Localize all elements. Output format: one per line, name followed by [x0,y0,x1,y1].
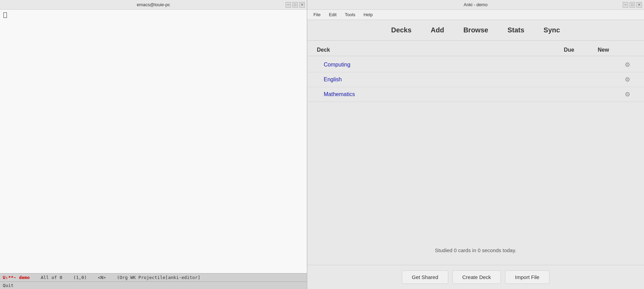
toolbar-add-button[interactable]: Add [421,23,454,38]
toolbar-browse-button[interactable]: Browse [454,23,498,38]
anki-menubar: File Edit Tools Help [307,10,644,20]
anki-win-controls: ─ □ ✕ [623,2,642,8]
menu-edit[interactable]: Edit [325,11,340,19]
create-deck-button[interactable]: Create Deck [452,270,501,284]
anki-toolbar: Decks Add Browse Stats Sync [307,20,644,41]
toolbar-decks-button[interactable]: Decks [382,23,421,38]
anki-minimize-button[interactable]: ─ [623,2,628,8]
menu-tools[interactable]: Tools [341,11,358,19]
deck-gear-mathematics[interactable]: ⚙ [621,91,634,98]
toolbar-sync-button[interactable]: Sync [534,23,570,38]
deck-row-english[interactable]: English ⚙ [307,72,644,87]
emacs-minibuffer-text: Quit [3,283,13,288]
deck-gear-computing[interactable]: ⚙ [621,61,634,69]
deck-name-mathematics: Mathematics [324,91,552,97]
decks-header: Deck Due New [307,44,644,56]
anki-main-area: Deck Due New Computing ⚙ English ⚙ Mathe… [307,41,644,265]
emacs-titlebar: emacs@louie-pc ─ □ ✕ [0,0,307,10]
emacs-minimize-button[interactable]: ─ [286,2,291,8]
new-column-header: New [586,47,621,53]
emacs-window: emacs@louie-pc ─ □ ✕ U:**- demo All of 0… [0,0,307,289]
menu-help[interactable]: Help [360,11,376,19]
emacs-mode-line: (Org WK Projectile[anki-editor] [117,275,201,280]
decks-list: Computing ⚙ English ⚙ Mathematics ⚙ [307,58,644,239]
emacs-editor-area[interactable] [0,10,307,273]
emacs-buffer-name: demo [19,275,30,280]
anki-window: Anki - demo ─ □ ✕ File Edit Tools Help D… [307,0,644,289]
anki-close-button[interactable]: ✕ [636,2,642,8]
emacs-maximize-button[interactable]: □ [292,2,298,8]
emacs-close-button[interactable]: ✕ [299,2,305,8]
emacs-mode-indicator: U:**- [3,275,16,280]
emacs-statusbar: U:**- demo All of 0 (1,0) <N> (Org WK Pr… [0,273,307,281]
emacs-title: emacs@louie-pc [137,2,170,7]
deck-row-mathematics[interactable]: Mathematics ⚙ [307,87,644,102]
import-file-button[interactable]: Import File [505,270,549,284]
emacs-win-controls: ─ □ ✕ [286,2,305,8]
due-column-header: Due [552,47,586,53]
menu-file[interactable]: File [310,11,324,19]
deck-name-english: English [324,76,552,83]
emacs-status-info: demo All of 0 (1,0) <N> (Org WK Projecti… [19,275,304,280]
anki-footer: Get Shared Create Deck Import File [307,265,644,289]
deck-name-computing: Computing [324,62,552,68]
emacs-extra: <N> [98,275,106,280]
toolbar-stats-button[interactable]: Stats [498,23,534,38]
get-shared-button[interactable]: Get Shared [402,270,448,284]
emacs-minibuffer[interactable]: Quit [0,281,307,289]
emacs-coords: (1,0) [73,275,87,280]
studied-info: Studied 0 cards in 0 seconds today. [307,239,644,261]
deck-column-header: Deck [317,47,552,53]
emacs-position: All of 0 [41,275,62,280]
emacs-cursor [3,12,7,18]
anki-titlebar: Anki - demo ─ □ ✕ [307,0,644,10]
studied-text: Studied 0 cards in 0 seconds today. [435,247,516,253]
deck-row-computing[interactable]: Computing ⚙ [307,58,644,72]
anki-title: Anki - demo [464,2,487,7]
deck-gear-english[interactable]: ⚙ [621,76,634,83]
anki-maximize-button[interactable]: □ [630,2,635,8]
